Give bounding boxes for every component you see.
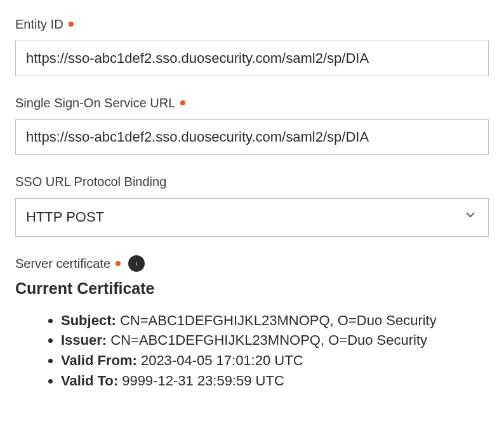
sso-url-input[interactable] bbox=[15, 119, 489, 155]
current-certificate-heading: Current Certificate bbox=[15, 277, 489, 300]
cert-valid-from-val: 2023-04-05 17:01:20 UTC bbox=[137, 352, 303, 368]
required-indicator-icon bbox=[180, 100, 185, 105]
binding-select-wrap: HTTP POST bbox=[15, 198, 489, 237]
list-item: Valid To: 9999-12-31 23:59:59 UTC bbox=[61, 371, 489, 390]
certificate-details-list: Subject: CN=ABC1DEFGHIJKL23MNOPQ, O=Duo … bbox=[15, 311, 489, 390]
entity-id-group: Entity ID bbox=[15, 15, 489, 76]
required-indicator-icon bbox=[116, 261, 121, 266]
binding-label: SSO URL Protocol Binding bbox=[15, 173, 489, 190]
server-cert-section: Server certificate Current Certificate S… bbox=[15, 255, 489, 390]
cert-issuer-val: CN=ABC1DEFGHIJKL23MNOPQ, O=Duo Security bbox=[107, 332, 427, 348]
list-item: Valid From: 2023-04-05 17:01:20 UTC bbox=[61, 351, 489, 370]
server-cert-label-row: Server certificate bbox=[15, 255, 489, 272]
info-icon[interactable] bbox=[128, 255, 145, 272]
entity-id-input[interactable] bbox=[15, 41, 489, 76]
entity-id-label-text: Entity ID bbox=[15, 15, 63, 33]
list-item: Subject: CN=ABC1DEFGHIJKL23MNOPQ, O=Duo … bbox=[61, 311, 489, 330]
entity-id-label: Entity ID bbox=[15, 15, 489, 33]
cert-subject-val: CN=ABC1DEFGHIJKL23MNOPQ, O=Duo Security bbox=[116, 312, 437, 328]
binding-label-text: SSO URL Protocol Binding bbox=[15, 173, 166, 190]
sso-url-label: Single Sign-On Service URL bbox=[15, 94, 489, 112]
server-cert-label: Server certificate bbox=[15, 255, 110, 272]
sso-url-label-text: Single Sign-On Service URL bbox=[15, 94, 175, 112]
required-indicator-icon bbox=[69, 22, 74, 27]
list-item: Issuer: CN=ABC1DEFGHIJKL23MNOPQ, O=Duo S… bbox=[61, 331, 489, 350]
binding-group: SSO URL Protocol Binding HTTP POST bbox=[15, 173, 489, 237]
cert-subject-key: Subject: bbox=[61, 312, 116, 328]
cert-valid-from-key: Valid From: bbox=[61, 352, 137, 368]
cert-issuer-key: Issuer: bbox=[61, 332, 107, 348]
cert-valid-to-key: Valid To: bbox=[61, 373, 118, 389]
binding-select[interactable]: HTTP POST bbox=[15, 198, 489, 237]
sso-url-group: Single Sign-On Service URL bbox=[15, 94, 489, 155]
cert-valid-to-val: 9999-12-31 23:59:59 UTC bbox=[118, 373, 284, 389]
